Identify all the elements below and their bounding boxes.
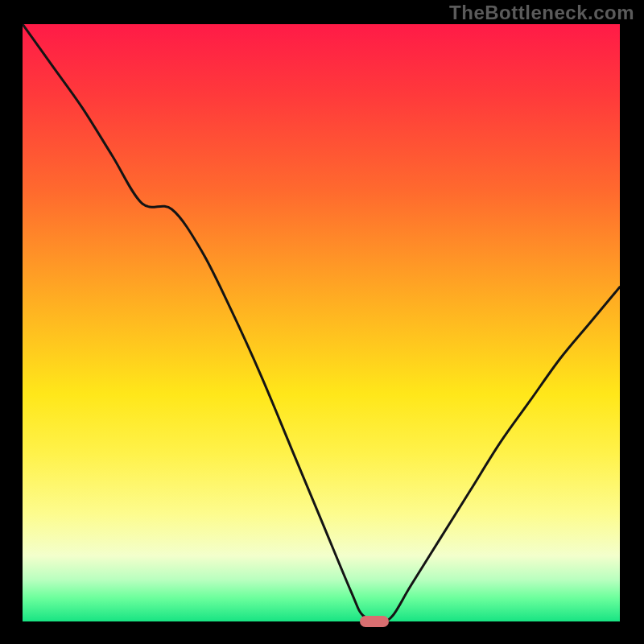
- bottleneck-curve: [23, 24, 620, 621]
- minimum-marker: [360, 616, 389, 627]
- watermark-text: TheBottleneck.com: [449, 2, 634, 24]
- chart-frame: TheBottleneck.com: [0, 0, 644, 644]
- plot-area: [23, 24, 620, 621]
